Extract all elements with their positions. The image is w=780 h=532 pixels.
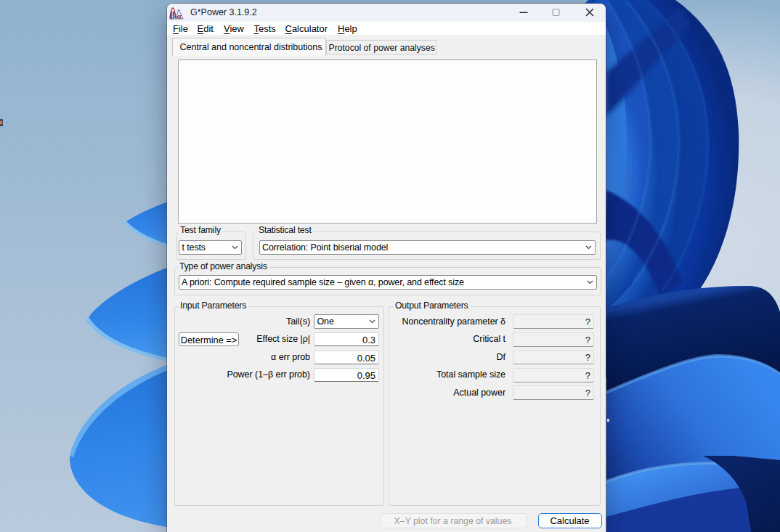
svg-text:β: β <box>170 9 175 20</box>
